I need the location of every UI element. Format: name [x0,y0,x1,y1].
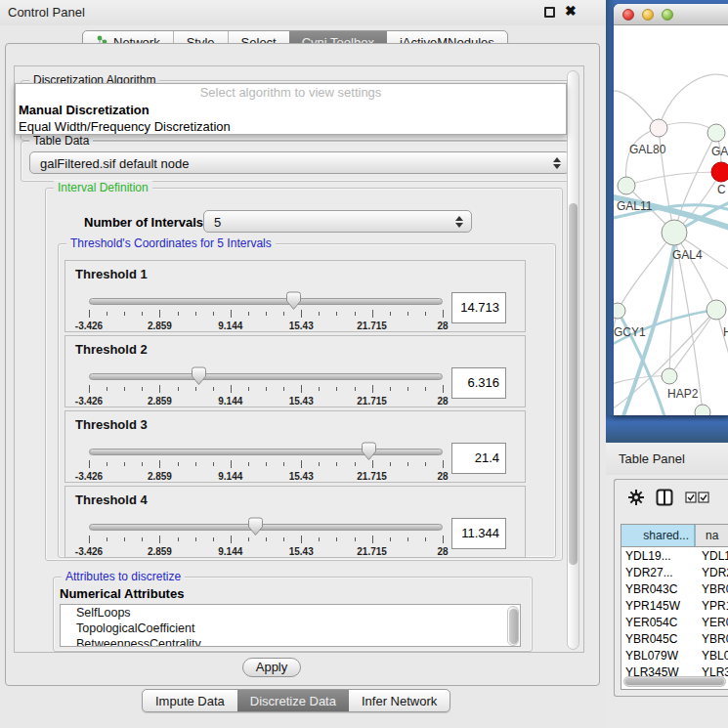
table-row[interactable]: YER054CYER0 [621,614,728,630]
tick-mark [231,310,232,318]
slider-track[interactable] [89,449,443,455]
network-node-c[interactable] [711,162,728,182]
cell-shared-name[interactable]: YBR043C [621,580,696,597]
slider-thumb[interactable] [191,366,207,386]
tick-mark [336,537,337,541]
tick-mark [142,537,143,541]
tick-mark [159,460,160,468]
slider-thumb[interactable] [247,517,264,536]
slider-thumb[interactable] [361,442,377,461]
attributes-list-scrollbar[interactable] [507,606,519,646]
threshold-slider[interactable]: -3.4262.8599.14415.4321.71528 [89,443,443,482]
close-icon[interactable]: ✖ [565,3,577,19]
cell-name[interactable]: YPR1 [696,597,728,614]
cell-name[interactable]: YDR2 [696,564,728,580]
close-traffic-light-icon[interactable] [622,9,634,21]
select-columns-checkboxes-icon[interactable] [685,492,710,503]
table-row[interactable]: YBR043CYBR0 [621,580,728,597]
tab-infer-network[interactable]: Infer Network [349,690,450,711]
split-columns-icon[interactable] [656,489,673,506]
network-view-window[interactable]: GAL80GACGAL11GAL4GCY1HHAP2 [614,4,728,415]
cell-shared-name[interactable]: YDL19... [621,547,696,564]
network-node-gcy1[interactable] [614,303,625,319]
algorithm-dropdown-popup: Select algorithm to view settings Manual… [15,83,567,135]
attribute-list-item[interactable]: BetweennessCentrality [61,636,520,647]
column-header-shared-name[interactable]: shared... [621,525,696,546]
tick-label: 15.43 [289,321,314,331]
network-node[interactable] [695,405,710,415]
threshold-value-field[interactable]: 6.316 [451,367,506,399]
numerical-attributes-list[interactable]: SelfLoopsTopologicalCoefficientBetweenne… [60,604,521,647]
tick-label: -3.426 [75,321,103,331]
tick-mark [266,462,267,466]
node-attribute-table[interactable]: shared... na YDL19...YDL1YDR27...YDR2YBR… [621,524,728,690]
algorithm-option-manual[interactable]: Manual Discretization [16,102,566,118]
cell-name[interactable]: YBR0 [696,630,728,647]
attribute-list-item[interactable]: SelfLoops [61,605,520,621]
scrollbar-thumb[interactable] [625,678,724,685]
apply-button[interactable]: Apply [242,658,301,677]
threshold-value-field[interactable]: 11.344 [451,518,506,549]
table-row[interactable]: YBL079WYBL0 [621,647,728,664]
tick-mark [355,537,356,541]
threshold-value-field[interactable]: 21.4 [451,443,506,474]
tick-mark [372,460,373,468]
network-node-h[interactable] [707,300,726,320]
network-node-ga[interactable] [707,124,725,142]
cell-shared-name[interactable]: YPR145W [621,597,696,614]
table-row[interactable]: YDL19...YDL1 [621,547,728,564]
cell-name[interactable]: YDL1 [696,547,728,564]
threshold-slider[interactable]: -3.4262.8599.14415.4321.71528 [89,292,443,331]
zoom-traffic-light-icon[interactable] [662,9,673,21]
slider-track[interactable] [89,298,443,305]
threshold-slider[interactable]: -3.4262.8599.14415.4321.71528 [89,367,443,407]
table-row[interactable]: YPR145WYPR1 [621,597,728,614]
cell-name[interactable]: YER0 [696,614,728,630]
threshold-slider[interactable]: -3.4262.8599.14415.4321.71528 [89,518,443,557]
network-canvas[interactable]: GAL80GACGAL11GAL4GCY1HHAP2 [614,25,728,415]
scrollbar-thumb[interactable] [569,203,578,565]
tab-impute-data[interactable]: Impute Data [143,690,237,711]
tick-mark [107,387,107,391]
minimize-traffic-light-icon[interactable] [642,9,654,21]
cell-shared-name[interactable]: YBR045C [621,630,696,647]
cell-name[interactable]: YBR0 [696,580,728,597]
network-node-gal80[interactable] [650,119,667,137]
tick-mark [213,537,214,541]
number-of-intervals-combobox[interactable]: 5 [203,210,472,233]
algorithm-option-equal-width[interactable]: Equal Width/Frequency Discretization [16,118,566,135]
settings-vertical-scrollbar[interactable] [567,70,579,650]
network-node-hap2[interactable] [662,368,677,384]
tick-mark [124,462,125,466]
table-panel-title: Table Panel [619,451,685,466]
algorithm-placeholder-option[interactable]: Select algorithm to view settings [16,84,566,102]
table-row[interactable]: YDR27...YDR2 [621,564,728,580]
tick-mark [407,462,408,466]
table-row[interactable]: YBR045CYBR0 [621,630,728,647]
cell-name[interactable]: YBL0 [696,647,728,664]
network-window-titlebar[interactable] [614,4,728,25]
network-node-gal11[interactable] [618,177,635,194]
cell-shared-name[interactable]: YDR27... [621,564,696,580]
tab-discretize-data[interactable]: Discretize Data [237,690,349,711]
slider-track[interactable] [89,373,443,380]
cell-shared-name[interactable]: YER054C [621,614,696,630]
gear-icon[interactable] [628,490,644,505]
network-node-gal4[interactable] [662,220,687,245]
float-window-icon[interactable] [544,7,555,18]
slider-track[interactable] [89,524,443,531]
threshold-value-field[interactable]: 14.713 [451,292,506,323]
tick-label: 28 [437,396,448,407]
table-data-combobox[interactable]: galFiltered.sif default node [29,151,570,174]
table-horizontal-scrollbar[interactable] [623,676,726,687]
slider-thumb[interactable] [285,291,302,311]
tick-mark [319,312,320,316]
attributes-group-title: Attributes to discretize [62,570,185,583]
tick-label: -3.426 [75,396,103,407]
scrollbar-thumb[interactable] [509,609,518,644]
tick-mark [89,385,90,393]
attribute-list-item[interactable]: TopologicalCoefficient [61,621,520,636]
cell-shared-name[interactable]: YBL079W [621,647,696,664]
node-label: GAL4 [672,248,703,262]
column-header-name[interactable]: na [696,525,728,546]
